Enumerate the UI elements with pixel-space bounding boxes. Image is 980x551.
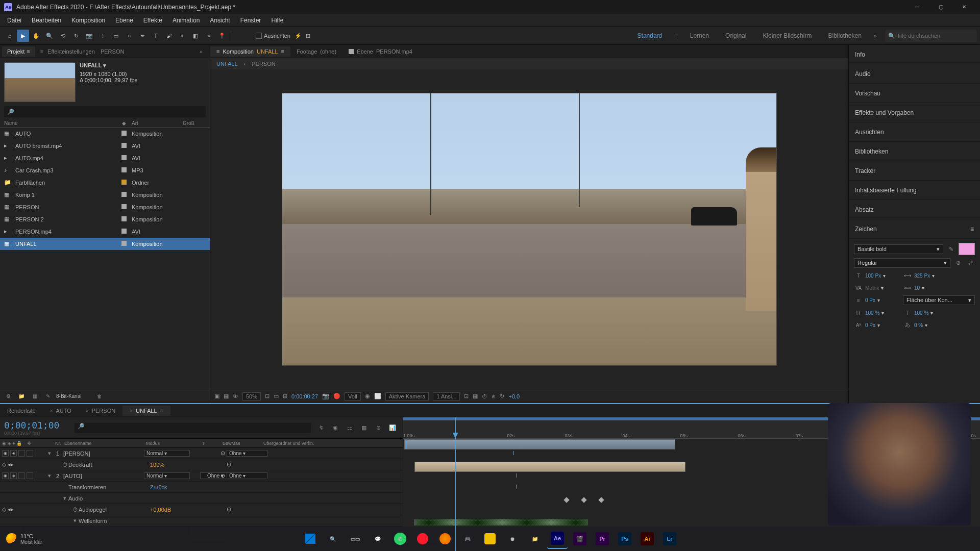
flow-crumb-person[interactable]: PERSON [252,61,275,67]
clip-person[interactable] [404,439,675,449]
menu-window[interactable]: Fenster [235,15,266,26]
stroke-value[interactable]: 0 Px [865,297,875,303]
help-search-input[interactable] [895,33,974,39]
workspace-standard[interactable]: Standard [633,30,667,41]
weather-widget[interactable]: 11°C Meist klar [6,533,42,545]
clone-tool[interactable]: ⌖ [176,30,188,42]
task-firefox[interactable] [435,529,455,549]
col-name[interactable]: Name [4,120,116,126]
panel-vorschau[interactable]: Vorschau [849,84,980,103]
task-whatsapp[interactable]: ✆ [390,529,410,549]
ellipse-tool[interactable]: ○ [123,30,135,42]
task-media-encoder[interactable]: 🎬 [570,529,590,549]
menu-effects[interactable]: Effekte [138,15,167,26]
menu-file[interactable]: Datei [2,15,27,26]
menu-layer[interactable]: Ebene [110,15,138,26]
menu-composition[interactable]: Komposition [66,15,110,26]
font-size-value[interactable]: 100 Px [865,273,881,279]
task-explorer[interactable]: 📁 [525,529,545,549]
edit-marker-1[interactable]: I [516,472,517,479]
task-app2[interactable] [480,529,500,549]
project-item[interactable]: ▸PERSON.mp4AVI [0,226,210,238]
text-tool[interactable]: T [150,30,162,42]
pen-tool[interactable]: ✒ [136,30,149,42]
baseline-value[interactable]: 0 Px [865,322,875,328]
task-after-effects[interactable]: Ae [547,529,568,549]
property-row[interactable]: ◇ ◂▸⏱Audiopegel+0,00dB⊙ [0,504,403,515]
project-item[interactable]: 📁FarbflächenOrdner [0,177,210,189]
task-app1[interactable]: 🎮 [457,529,478,549]
reset-exposure-icon[interactable]: ↻ [500,393,504,399]
project-item[interactable]: ♪Car Crash.mp3MP3 [0,164,210,177]
grid-icon[interactable]: ⊞ [283,393,287,399]
minimize-button[interactable]: ─ [905,0,929,14]
project-item[interactable]: ▦Komp 1Komposition [0,189,210,201]
keyframe[interactable] [599,497,604,503]
fast-preview-icon[interactable]: ◉ [365,393,370,399]
task-premiere[interactable]: Pr [592,529,612,549]
comp-tab-layer[interactable]: Ebene PERSON.mp4 [342,46,419,57]
always-preview-icon[interactable]: ▣ [214,393,219,399]
stroke-option-dropdown[interactable]: Fläche über Kon...▾ [903,295,975,305]
channel-icon[interactable]: 🔴 [333,393,340,399]
project-search[interactable]: 🔎 [4,106,206,117]
property-row[interactable]: ◇ ◂▸⏱Deckkraft100%⊙ [0,459,403,470]
trash-icon[interactable]: 🗑 [94,391,105,402]
roi-icon[interactable]: ▭ [274,393,279,399]
panel-absatz[interactable]: Absatz [849,200,980,219]
comp-mini-flowchart-icon[interactable]: ↯ [315,422,327,434]
project-item[interactable]: ▸AUTO bremst.mp4AVI [0,140,210,152]
task-photoshop[interactable]: Ps [615,529,635,549]
start-button[interactable] [300,529,321,549]
no-fill-icon[interactable]: ⊘ [953,259,963,268]
panel-effekte-und-vorgaben[interactable]: Effekte und Vorgaben [849,103,980,122]
snap-grid-icon[interactable]: ⊞ [306,33,310,39]
interpret-footage-icon[interactable]: ⚙ [3,391,13,402]
current-timecode[interactable]: 0;00;01;00 [4,420,70,431]
frame-blend-icon[interactable]: ▦ [358,422,370,434]
effect-controls-tab[interactable]: ≡Effekteinstellungen PERSON» [35,46,208,57]
swap-colors-icon[interactable]: ⇄ [966,259,975,268]
eyedropper-icon[interactable]: ✎ [946,244,955,254]
project-item[interactable]: ▦UNFALLKomposition [0,238,210,250]
property-row[interactable]: TransformierenZurück [0,482,403,493]
views-dropdown[interactable]: 1 Ansi... [433,392,460,400]
timeline-tab-renderliste[interactable]: Renderliste [0,406,43,416]
inpoint-marker[interactable]: I [513,450,514,456]
edit-marker-2[interactable]: I [516,484,517,490]
resolution-dropdown[interactable]: Voll [345,392,361,400]
panel-bibliotheken[interactable]: Bibliotheken [849,142,980,161]
hand-tool[interactable]: ✋ [30,30,42,42]
project-list[interactable]: ▦AUTOKomposition▸AUTO bremst.mp4AVI▸AUTO… [0,128,210,389]
color-settings-icon[interactable]: ✎ [43,391,53,402]
panel-inhaltsbasierte-füllung[interactable]: Inhaltsbasierte Füllung [849,181,980,200]
project-tab[interactable]: Projekt ≡ [2,46,35,57]
project-item[interactable]: ▦AUTOKomposition [0,128,210,140]
help-search[interactable]: 🔍 [885,30,977,42]
project-item[interactable]: ▦PERSON 2Komposition [0,213,210,226]
panel-info[interactable]: Info [849,45,980,64]
leading-value[interactable]: 325 Px [914,273,930,279]
kerning-value[interactable]: Metrik [865,285,879,291]
snap-checkbox[interactable] [256,33,262,39]
panel-tracker[interactable]: Tracker [849,161,980,181]
layer-row[interactable]: ◉◈▾1[PERSON]Normal ▾⊙ Ohne ▾ [0,448,403,459]
pixel-ratio-icon[interactable]: ⊡ [464,393,469,399]
task-opera[interactable] [412,529,433,549]
draft3d-icon[interactable]: ◉ [329,422,341,434]
zoom-dropdown[interactable]: 50% [242,392,261,400]
snap-options-icon[interactable]: ⚡ [295,33,302,39]
hscale-value[interactable]: 100 % [914,310,928,316]
task-illustrator[interactable]: Ai [637,529,657,549]
exposure-value[interactable]: +0,0 [508,393,520,399]
eraser-tool[interactable]: ◧ [189,30,202,42]
layer-row[interactable]: ◉◈▾2[AUTO]Normal ▾Ohne ▾⊙ Ohne ▾ [0,470,403,482]
panel-audio[interactable]: Audio [849,64,980,84]
tsume-value[interactable]: 0 % [914,322,923,328]
timeline-tab-person[interactable]: × PERSON [79,406,122,416]
graph-editor-icon[interactable]: 📊 [386,422,399,434]
task-lightroom[interactable]: Lr [659,529,680,549]
timeline-search[interactable]: 🔎 [75,423,311,433]
flow-crumb-unfall[interactable]: UNFALL [216,61,238,67]
workspace-overflow-icon[interactable]: » [874,33,877,39]
